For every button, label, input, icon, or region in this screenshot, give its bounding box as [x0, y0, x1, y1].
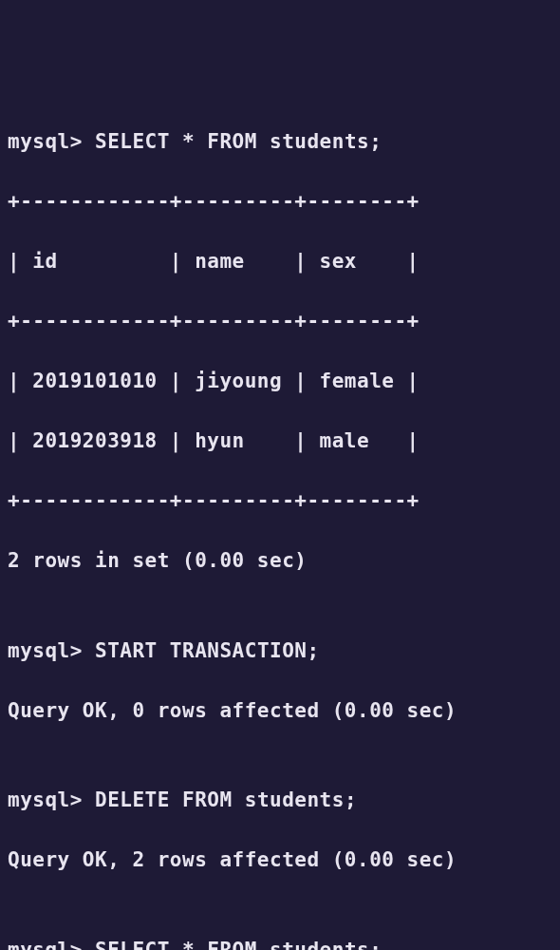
prompt-line: mysql> SELECT * FROM students;: [8, 936, 552, 951]
table-border: +------------+---------+--------+: [8, 187, 552, 218]
sql-command: START TRANSACTION;: [95, 639, 320, 662]
prompt-line: mysql> SELECT * FROM students;: [8, 127, 552, 158]
table-row: | 2019203918 | hyun | male |: [8, 427, 552, 457]
table-row: | 2019101010 | jiyoung | female |: [8, 367, 552, 397]
prompt: mysql>: [8, 788, 83, 811]
sql-command: DELETE FROM students;: [95, 788, 357, 811]
table-border: +------------+---------+--------+: [8, 307, 552, 337]
prompt: mysql>: [8, 639, 83, 662]
prompt-line: mysql> DELETE FROM students;: [8, 786, 552, 816]
sql-command: SELECT * FROM students;: [95, 130, 382, 153]
prompt-line: mysql> START TRANSACTION;: [8, 636, 552, 667]
query-response: Query OK, 2 rows affected (0.00 sec): [8, 846, 552, 876]
table-border: +------------+---------+--------+: [8, 486, 552, 517]
prompt: mysql>: [8, 939, 83, 951]
prompt: mysql>: [8, 130, 83, 153]
result-footer: 2 rows in set (0.00 sec): [8, 546, 552, 577]
sql-command: SELECT * FROM students;: [95, 939, 382, 951]
table-header: | id | name | sex |: [8, 247, 552, 277]
query-response: Query OK, 0 rows affected (0.00 sec): [8, 696, 552, 727]
